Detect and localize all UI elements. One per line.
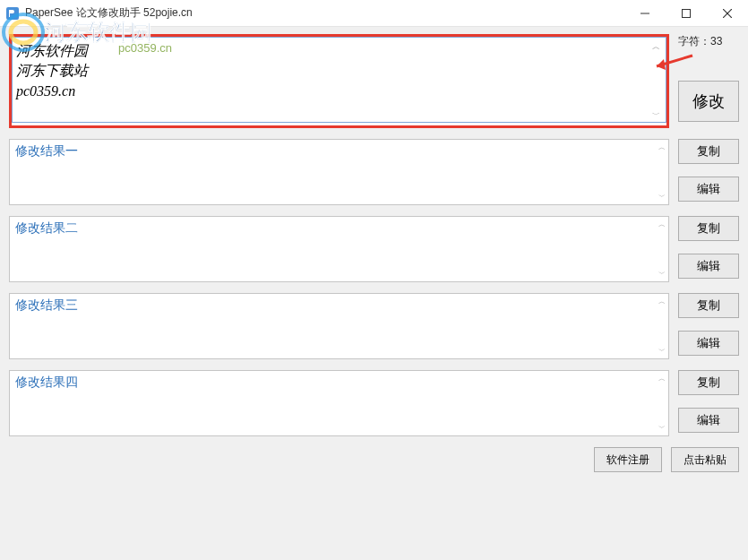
char-count-label: 字符：33 — [678, 34, 739, 50]
copy-button-1[interactable]: 复制 — [678, 139, 739, 164]
scroll-up-icon: ︿ — [658, 374, 666, 383]
register-button[interactable]: 软件注册 — [594, 447, 662, 472]
result-row-3: 修改结果三 ︿ ﹀ 复制 编辑 — [9, 293, 739, 359]
scroll-up-icon: ︿ — [658, 297, 666, 306]
result-row-1: 修改结果一 ︿ ﹀ 复制 编辑 — [9, 139, 739, 205]
copy-button-3[interactable]: 复制 — [678, 293, 739, 318]
minimize-button[interactable] — [624, 0, 666, 27]
edit-button-4[interactable]: 编辑 — [678, 408, 739, 433]
titlebar: PaperSee 论文修改助手 52pojie.cn — [0, 0, 748, 27]
close-button[interactable] — [707, 0, 748, 27]
scroll-down-icon: ﹀ — [658, 269, 666, 279]
main-textarea[interactable] — [12, 37, 666, 123]
char-label-text: 字符： — [678, 35, 710, 47]
scroll-down-icon: ﹀ — [658, 346, 666, 356]
scroll-up-icon: ︿ — [658, 220, 666, 229]
app-icon — [5, 6, 20, 21]
input-highlight-frame: ︿ ﹀ — [9, 34, 669, 128]
edit-button-3[interactable]: 编辑 — [678, 331, 739, 356]
paste-button[interactable]: 点击粘贴 — [671, 447, 739, 472]
annotation-arrow — [678, 57, 739, 73]
result-title-2: 修改结果二 — [15, 220, 652, 237]
result-box-4[interactable]: 修改结果四 ︿ ﹀ — [9, 370, 669, 436]
modify-button[interactable]: 修改 — [678, 81, 739, 122]
result-row-2: 修改结果二 ︿ ﹀ 复制 编辑 — [9, 216, 739, 282]
input-side-panel: 字符：33 修改 — [678, 34, 739, 128]
copy-button-4[interactable]: 复制 — [678, 370, 739, 395]
result-title-4: 修改结果四 — [15, 375, 652, 391]
edit-button-2[interactable]: 编辑 — [678, 254, 739, 279]
window-title: PaperSee 论文修改助手 52pojie.cn — [25, 5, 624, 21]
result-buttons-2: 复制 编辑 — [678, 216, 739, 282]
scroll-down-icon: ﹀ — [658, 192, 666, 202]
result-buttons-3: 复制 编辑 — [678, 293, 739, 359]
maximize-button[interactable] — [666, 0, 707, 27]
result-row-4: 修改结果四 ︿ ﹀ 复制 编辑 — [9, 370, 739, 436]
result-box-3[interactable]: 修改结果三 ︿ ﹀ — [9, 293, 669, 359]
result-buttons-1: 复制 编辑 — [678, 139, 739, 205]
result-buttons-4: 复制 编辑 — [678, 370, 739, 436]
scroll-up-icon: ︿ — [658, 142, 666, 152]
result-box-1[interactable]: 修改结果一 ︿ ﹀ — [9, 139, 669, 205]
result-box-2[interactable]: 修改结果二 ︿ ﹀ — [9, 216, 669, 282]
svg-rect-2 — [683, 9, 691, 17]
edit-button-1[interactable]: 编辑 — [678, 177, 739, 202]
input-row: ︿ ﹀ 字符：33 修改 — [9, 34, 739, 128]
result-title-1: 修改结果一 — [15, 143, 652, 159]
footer-buttons: 软件注册 点击粘贴 — [9, 447, 739, 472]
content-area: ︿ ﹀ 字符：33 修改 修改结果一 ︿ ﹀ 复制 编辑 修改结果二 ︿ ﹀ — [0, 27, 748, 560]
copy-button-2[interactable]: 复制 — [678, 216, 739, 241]
result-title-3: 修改结果三 — [15, 297, 652, 314]
scroll-down-icon: ﹀ — [658, 423, 666, 433]
char-count-value: 33 — [710, 35, 722, 47]
